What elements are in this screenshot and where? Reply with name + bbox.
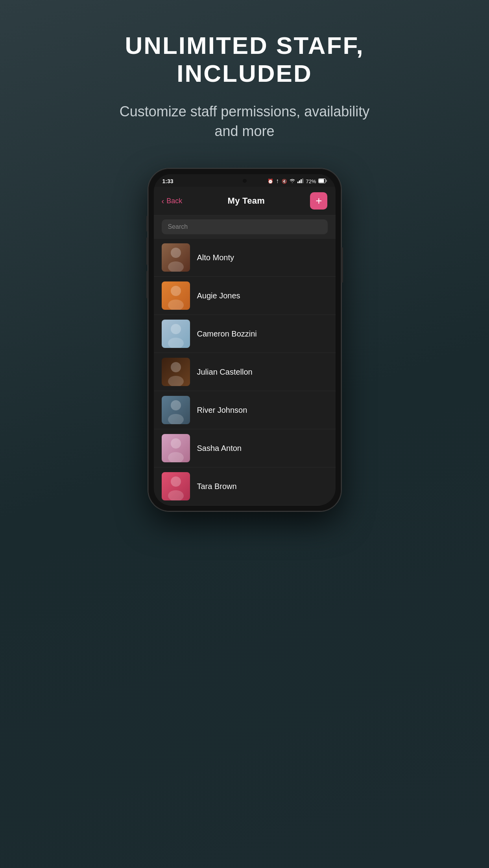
team-item-sasha-anton[interactable]: Sasha Anton xyxy=(154,429,336,467)
avatar-julian-castellon xyxy=(162,358,190,386)
svg-point-25 xyxy=(171,476,181,487)
member-name-augie-jones: Augie Jones xyxy=(197,291,240,300)
phone-button-mute xyxy=(146,216,148,232)
search-bar: Search xyxy=(154,215,336,239)
avatar-tara-brown xyxy=(162,472,190,500)
camera-dot xyxy=(243,179,247,183)
avatar-alto-monty xyxy=(162,243,190,272)
search-input[interactable]: Search xyxy=(162,219,328,234)
page-subtitle: Customize staff permissions, availabilit… xyxy=(107,102,382,142)
svg-point-16 xyxy=(171,362,181,372)
svg-rect-5 xyxy=(319,179,324,182)
svg-point-22 xyxy=(171,438,181,449)
phone-button-vol-up xyxy=(146,237,148,265)
battery-icon xyxy=(318,178,327,184)
plus-icon: + xyxy=(316,195,322,206)
svg-point-7 xyxy=(171,248,181,258)
avatar-cameron-bozzini xyxy=(162,320,190,348)
top-navigation: ‹ Back My Team + xyxy=(154,187,336,215)
wifi-icon xyxy=(289,178,295,184)
status-icons: ⏰ ⭡ 🔇 xyxy=(268,178,327,184)
svg-rect-3 xyxy=(302,178,303,183)
status-time: 1:33 xyxy=(162,178,173,184)
add-member-button[interactable]: + xyxy=(310,192,327,210)
svg-point-10 xyxy=(171,286,181,296)
avatar-sasha-anton xyxy=(162,434,190,462)
team-item-river-johnson[interactable]: River Johnson xyxy=(154,391,336,429)
avatar-augie-jones xyxy=(162,281,190,310)
member-name-river-johnson: River Johnson xyxy=(197,406,247,415)
team-item-alto-monty[interactable]: Alto Monty xyxy=(154,239,336,277)
signal-icon xyxy=(297,178,304,184)
page-headline: UNLIMITED STAFF, INCLUDED xyxy=(125,31,364,88)
team-list: Alto Monty Augie Jones Cameron Bozzini xyxy=(154,239,336,506)
member-name-tara-brown: Tara Brown xyxy=(197,482,237,491)
member-name-cameron-bozzini: Cameron Bozzini xyxy=(197,329,257,338)
bluetooth-icon: ⭡ xyxy=(275,179,280,184)
back-label: Back xyxy=(166,197,182,205)
svg-point-13 xyxy=(171,324,181,334)
phone-mockup: 1:33 ⏰ ⭡ 🔇 xyxy=(148,169,341,511)
chevron-left-icon: ‹ xyxy=(162,197,164,206)
member-name-sasha-anton: Sasha Anton xyxy=(197,444,242,453)
phone-screen: 1:33 ⏰ ⭡ 🔇 xyxy=(154,174,336,506)
avatar-river-johnson xyxy=(162,396,190,424)
svg-rect-2 xyxy=(301,179,302,183)
phone-button-vol-down xyxy=(146,271,148,298)
svg-point-19 xyxy=(171,400,181,410)
team-item-julian-castellon[interactable]: Julian Castellon xyxy=(154,353,336,391)
svg-rect-0 xyxy=(297,182,299,183)
member-name-julian-castellon: Julian Castellon xyxy=(197,368,253,377)
status-bar: 1:33 ⏰ ⭡ 🔇 xyxy=(154,174,336,187)
nav-title: My Team xyxy=(228,196,265,206)
sound-icon: 🔇 xyxy=(282,179,287,184)
alarm-icon: ⏰ xyxy=(268,178,273,184)
battery-text: 72% xyxy=(306,178,316,184)
team-item-cameron-bozzini[interactable]: Cameron Bozzini xyxy=(154,315,336,353)
phone-button-power xyxy=(341,247,343,283)
svg-rect-1 xyxy=(299,180,300,183)
back-button[interactable]: ‹ Back xyxy=(162,197,183,206)
team-item-tara-brown[interactable]: Tara Brown xyxy=(154,467,336,506)
team-item-augie-jones[interactable]: Augie Jones xyxy=(154,277,336,315)
member-name-alto-monty: Alto Monty xyxy=(197,253,234,262)
